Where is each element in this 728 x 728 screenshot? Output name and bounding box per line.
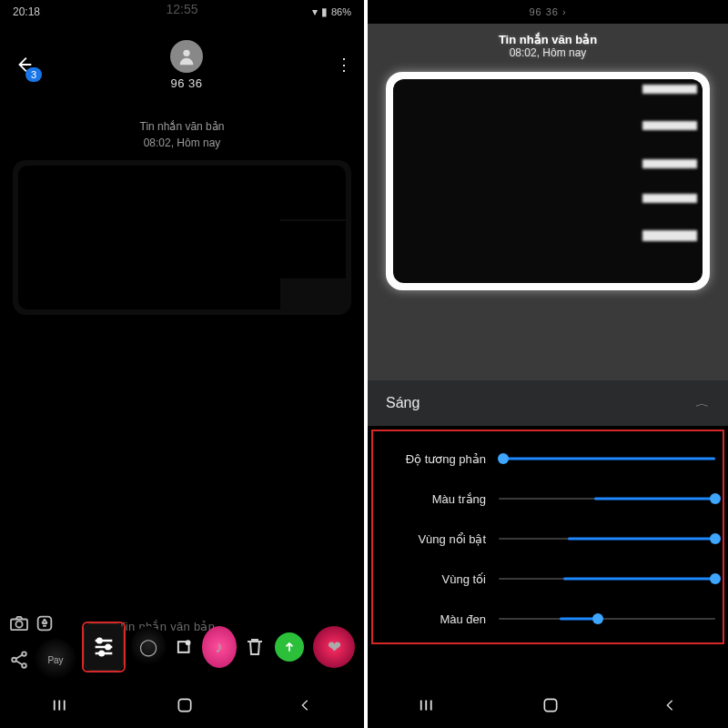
svg-point-2 <box>15 621 22 627</box>
camera-icon[interactable] <box>9 615 29 632</box>
nav-home-button[interactable] <box>541 696 560 718</box>
person-icon <box>177 46 197 66</box>
editor-contact: 96 36 <box>529 6 559 17</box>
unread-badge: 3 <box>25 67 42 82</box>
nav-recents-button[interactable] <box>419 697 439 717</box>
nav-back-button[interactable] <box>298 696 312 718</box>
back-button[interactable]: 3 <box>9 49 40 80</box>
sliders-panel: Độ tương phảnMàu trắngVùng nổi bậtVùng t… <box>368 426 728 648</box>
section-title: Sáng <box>386 395 420 411</box>
slider-thumb[interactable] <box>592 613 603 624</box>
chevron-up-icon[interactable]: ︿ <box>695 397 710 410</box>
message-type-label: Tin nhắn văn bản <box>0 118 364 135</box>
message-bubble[interactable] <box>13 160 351 315</box>
slider-row: Vùng nổi bật <box>380 519 715 559</box>
chat-header: 3 96 36 ⋮ <box>0 24 364 106</box>
slider-label: Độ tương phản <box>380 452 486 466</box>
slider-track[interactable] <box>499 487 715 511</box>
nav-recents-button[interactable] <box>52 697 72 717</box>
svg-rect-12 <box>178 699 190 711</box>
slider-thumb[interactable] <box>710 573 721 584</box>
svg-point-0 <box>183 49 189 56</box>
message-meta: Tin nhắn văn bản 08:02, Hôm nay <box>0 118 364 151</box>
slider-label: Vùng nổi bật <box>380 532 486 546</box>
svg-rect-13 <box>544 699 556 711</box>
slider-track[interactable] <box>499 527 715 551</box>
slider-label: Màu trắng <box>380 492 486 506</box>
slider-track[interactable] <box>499 567 715 591</box>
canvas-bubble <box>386 72 710 290</box>
crop-rotate-icon[interactable] <box>173 634 194 660</box>
adjust-sliders-button[interactable] <box>84 623 124 671</box>
redacted-content <box>18 166 346 309</box>
slider-row: Màu trắng <box>380 479 715 519</box>
status-bar: 20:18 12:55 ▾ ▮ 86% <box>0 0 364 24</box>
app-icon[interactable] <box>35 613 55 633</box>
redacted-content-bright <box>393 79 703 283</box>
contact-name: 96 36 <box>170 76 202 90</box>
slider-thumb[interactable] <box>710 533 721 544</box>
share-icon[interactable] <box>9 650 29 670</box>
svg-point-11 <box>187 641 190 644</box>
slider-row: Vùng tối <box>380 559 715 599</box>
editor-toolbar: Pay ◯ ♪ ❤ <box>0 608 364 686</box>
signal-icon: ▮ <box>321 5 328 18</box>
svg-point-7 <box>97 639 102 643</box>
slider-row: Độ tương phản <box>380 439 715 479</box>
editor-top-bar: 96 36 › <box>368 0 728 24</box>
nav-home-button[interactable] <box>176 696 194 718</box>
send-button[interactable] <box>275 632 304 662</box>
brightness-section-header[interactable]: Sáng ︿ <box>368 380 728 426</box>
contact-avatar[interactable] <box>170 40 203 73</box>
svg-point-9 <box>99 652 104 656</box>
slider-thumb[interactable] <box>498 453 509 464</box>
slider-thumb[interactable] <box>710 493 721 504</box>
slider-track[interactable] <box>499 447 715 470</box>
editor-canvas[interactable]: Tin nhắn văn bản 08:02, Hôm nay <box>368 24 728 380</box>
message-time-label: 08:02, Hôm nay <box>0 135 364 151</box>
canvas-title: Tin nhắn văn bản <box>386 33 710 46</box>
sliders-icon <box>91 634 116 660</box>
arrow-up-icon <box>283 641 296 653</box>
slider-row: Màu đen <box>380 599 715 639</box>
status-ghost-time: 12:55 <box>166 2 197 16</box>
system-nav-bar <box>0 686 364 728</box>
system-nav-bar-right <box>368 686 728 728</box>
dock-music-icon[interactable]: ♪ <box>202 626 237 668</box>
svg-point-8 <box>106 645 110 650</box>
battery-percent: 86% <box>331 6 351 17</box>
trash-icon[interactable] <box>244 636 266 658</box>
dock-heart-icon[interactable]: ❤ <box>313 626 355 668</box>
slider-label: Vùng tối <box>380 572 486 586</box>
canvas-time: 08:02, Hôm nay <box>386 46 710 59</box>
dock-pay-icon[interactable]: Pay <box>35 639 76 681</box>
status-time: 20:18 <box>13 5 40 18</box>
slider-track[interactable] <box>499 607 715 631</box>
more-menu-button[interactable]: ⋮ <box>333 55 355 75</box>
dock-app-icon-1[interactable]: ◯ <box>131 626 166 668</box>
wifi-icon: ▾ <box>312 5 318 18</box>
nav-back-button[interactable] <box>662 696 677 718</box>
slider-label: Màu đen <box>380 612 486 626</box>
